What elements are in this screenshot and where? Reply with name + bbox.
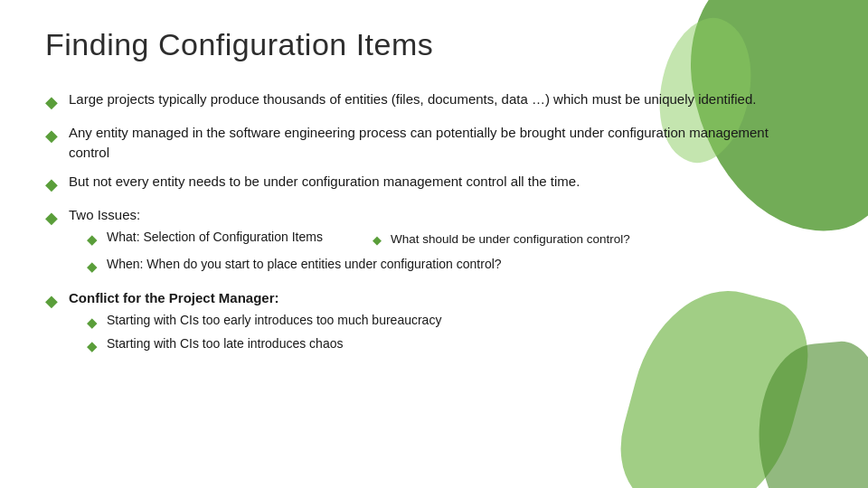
sub-sub-list-item-text: What should be under configuration contr… xyxy=(391,231,630,249)
sub-bullet-list: ◆What: Selection of Configuration Items◆… xyxy=(69,229,810,275)
sub-list-item: ◆What: Selection of Configuration Items◆… xyxy=(69,229,810,251)
list-item: ◆Two Issues:◆What: Selection of Configur… xyxy=(45,205,823,279)
sub-list-item-text: What: Selection of Configuration Items xyxy=(107,229,323,247)
list-item-text: Large projects typically produce thousan… xyxy=(69,89,810,109)
bullet-diamond-icon: ◆ xyxy=(45,206,58,230)
list-item-text: Two Issues:◆What: Selection of Configura… xyxy=(69,205,810,279)
main-bullet-list: ◆Large projects typically produce thousa… xyxy=(45,89,823,359)
list-item-text: Any entity managed in the software engin… xyxy=(69,123,810,163)
sub-bullet-diamond-icon: ◆ xyxy=(87,313,98,332)
sub-list-item: ◆Starting with CIs too late introduces c… xyxy=(69,335,810,355)
bullet-diamond-icon: ◆ xyxy=(45,289,58,313)
sub-list-item: ◆When: When do you start to place entiti… xyxy=(69,256,810,276)
sub-list-item-text: Starting with CIs too late introduces ch… xyxy=(107,335,343,353)
bullet-diamond-icon: ◆ xyxy=(45,90,58,114)
sub-sub-bullet-list: ◆What should be under configuration cont… xyxy=(323,231,630,251)
sub-sub-list-item: ◆What should be under configuration cont… xyxy=(323,231,630,249)
bullet-diamond-icon: ◆ xyxy=(45,124,58,147)
bullet-diamond-icon: ◆ xyxy=(45,173,58,196)
sub-bullet-diamond-icon: ◆ xyxy=(87,336,98,355)
sub-list-item-text: When: When do you start to place entitie… xyxy=(107,256,502,274)
list-item: ◆Conflict for the Project Manager:◆Start… xyxy=(45,288,823,360)
list-item-text: Conflict for the Project Manager:◆Starti… xyxy=(69,288,810,360)
sub-bullet-list: ◆Starting with CIs too early introduces … xyxy=(69,312,810,355)
main-content: Finding Configuration Items ◆Large proje… xyxy=(0,0,868,386)
sub-list-item: ◆Starting with CIs too early introduces … xyxy=(69,312,810,332)
sub-bullet-diamond-icon: ◆ xyxy=(87,230,98,249)
sub-list-item-text: Starting with CIs too early introduces t… xyxy=(107,312,441,330)
list-item: ◆Any entity managed in the software engi… xyxy=(45,123,823,163)
page-title: Finding Configuration Items xyxy=(45,27,823,62)
list-item: ◆But not every entity needs to be under … xyxy=(45,172,823,196)
sub-bullet-diamond-icon: ◆ xyxy=(87,257,98,276)
list-item: ◆Large projects typically produce thousa… xyxy=(45,89,823,114)
list-item-text: But not every entity needs to be under c… xyxy=(69,172,810,192)
sub-sub-bullet-diamond-icon: ◆ xyxy=(373,232,382,249)
